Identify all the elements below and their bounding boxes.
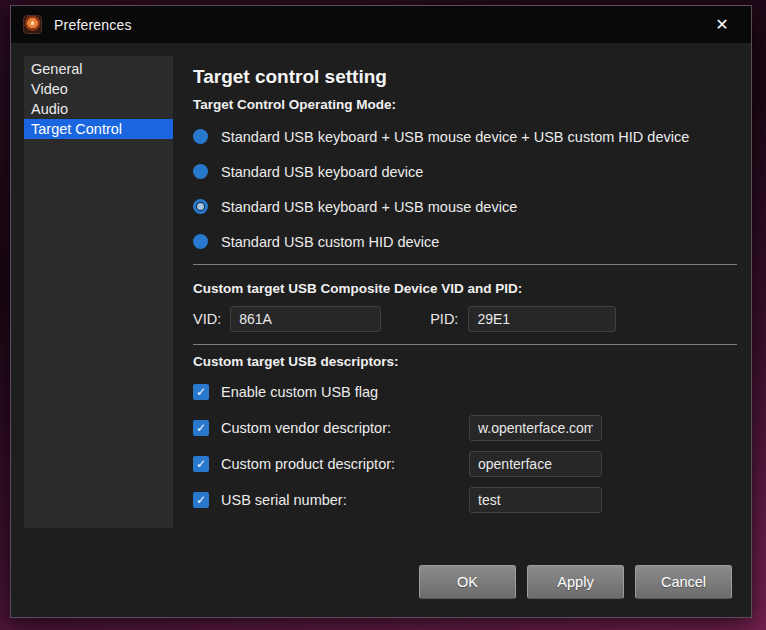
radio-option-label: Standard USB keyboard + USB mouse device… [221, 129, 689, 145]
checkbox-checked-icon[interactable]: ✓ [193, 456, 209, 472]
radio-selected-icon[interactable] [193, 199, 208, 214]
enable-custom-usb-flag-row: ✓ Enable custom USB flag [193, 379, 737, 405]
close-icon[interactable]: ✕ [705, 10, 739, 40]
separator [193, 264, 737, 265]
vid-pid-section-label: Custom target USB Composite Device VID a… [193, 281, 737, 296]
titlebar[interactable]: Preferences ✕ [11, 6, 751, 43]
vid-input[interactable] [230, 306, 381, 332]
radio-option-kbd-mouse[interactable]: Standard USB keyboard + USB mouse device [193, 196, 737, 217]
preferences-window: Preferences ✕ General Video Audio Target… [10, 5, 752, 618]
radio-option-kbd-only[interactable]: Standard USB keyboard device [193, 161, 737, 182]
pid-label: PID: [430, 311, 458, 327]
checkbox-label: USB serial number: [221, 492, 347, 508]
radio-option-label: Standard USB keyboard device [221, 164, 423, 180]
radio-unselected-icon[interactable] [193, 164, 208, 179]
cancel-button[interactable]: Cancel [635, 565, 732, 599]
checkbox-label: Custom vendor descriptor: [221, 420, 391, 436]
vid-pid-row: VID: PID: [193, 305, 737, 332]
vid-label: VID: [193, 311, 221, 327]
radio-unselected-icon[interactable] [193, 129, 208, 144]
serial-number-input[interactable] [469, 487, 602, 513]
sidebar-item-general[interactable]: General [24, 59, 173, 79]
checkbox-label: Custom product descriptor: [221, 456, 395, 472]
separator [193, 344, 737, 345]
checkbox-checked-icon[interactable]: ✓ [193, 420, 209, 436]
descriptors-section-label: Custom target USB descriptors: [193, 354, 737, 369]
sidebar-item-target-control[interactable]: Target Control [24, 119, 173, 139]
radio-option-custom-hid[interactable]: Standard USB custom HID device [193, 231, 737, 252]
dialog-button-row: OK Apply Cancel [419, 565, 732, 599]
sidebar-item-audio[interactable]: Audio [24, 99, 173, 119]
page-title: Target control setting [193, 66, 737, 88]
window-title: Preferences [54, 17, 132, 33]
desktop-background: Preferences ✕ General Video Audio Target… [0, 0, 766, 630]
radio-option-label: Standard USB custom HID device [221, 234, 439, 250]
apply-button[interactable]: Apply [527, 565, 624, 599]
pid-input[interactable] [468, 306, 616, 332]
checkbox-label: Enable custom USB flag [221, 384, 378, 400]
radio-option-kbd-mouse-hid[interactable]: Standard USB keyboard + USB mouse device… [193, 126, 737, 147]
usb-serial-number-row: ✓ USB serial number: [193, 487, 737, 513]
sidebar: General Video Audio Target Control [24, 56, 173, 528]
radio-option-label: Standard USB keyboard + USB mouse device [221, 199, 517, 215]
vendor-descriptor-input[interactable] [469, 415, 602, 441]
sidebar-item-video[interactable]: Video [24, 79, 173, 99]
content-panel: Target control setting Target Control Op… [193, 56, 737, 513]
operating-mode-section-label: Target Control Operating Mode: [193, 97, 737, 112]
radio-unselected-icon[interactable] [193, 234, 208, 249]
custom-vendor-descriptor-row: ✓ Custom vendor descriptor: [193, 415, 737, 441]
app-logo-icon [23, 15, 42, 34]
checkbox-checked-icon[interactable]: ✓ [193, 384, 209, 400]
ok-button[interactable]: OK [419, 565, 516, 599]
custom-product-descriptor-row: ✓ Custom product descriptor: [193, 451, 737, 477]
checkbox-checked-icon[interactable]: ✓ [193, 492, 209, 508]
product-descriptor-input[interactable] [469, 451, 602, 477]
